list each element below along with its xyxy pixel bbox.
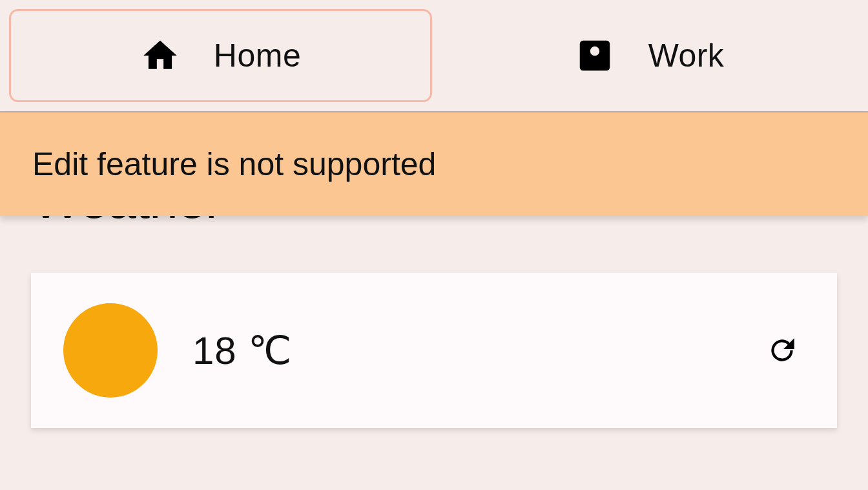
- refresh-icon: [766, 334, 798, 367]
- person-icon: [575, 36, 615, 76]
- refresh-button[interactable]: [766, 334, 798, 367]
- tab-home-label: Home: [214, 37, 301, 74]
- home-icon: [140, 36, 180, 76]
- weather-card: 18 ℃: [31, 273, 837, 428]
- tab-work[interactable]: Work: [440, 9, 859, 102]
- notification-banner: Edit feature is not supported: [0, 112, 868, 216]
- tab-work-label: Work: [648, 37, 725, 74]
- tab-home[interactable]: Home: [9, 9, 432, 102]
- sun-icon: [63, 303, 158, 398]
- tab-bar: Home Work: [0, 0, 868, 112]
- temperature-value: 18 ℃: [192, 328, 731, 373]
- notification-message: Edit feature is not supported: [32, 145, 436, 183]
